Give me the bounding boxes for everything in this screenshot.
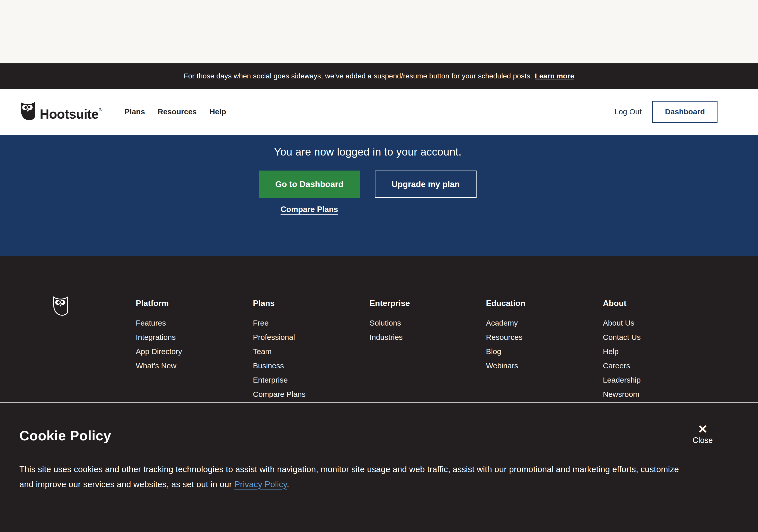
owl-outline-icon <box>52 292 69 319</box>
footer-column-about: About About Us Contact Us Help Careers L… <box>603 299 640 405</box>
announcement-banner: For those days when social goes sideways… <box>0 63 758 89</box>
header-right: Log Out Dashboard <box>614 101 717 123</box>
site-footer: Platform Features Integrations App Direc… <box>0 256 758 402</box>
cookie-policy-title: Cookie Policy <box>19 403 739 444</box>
footer-link-team[interactable]: Team <box>253 348 306 355</box>
nav-item-resources[interactable]: Resources <box>158 105 197 118</box>
footer-link-resources[interactable]: Resources <box>486 333 526 341</box>
footer-link-business[interactable]: Business <box>253 362 306 370</box>
hero-buttons: Go to Dashboard Upgrade my plan <box>259 171 476 198</box>
footer-link-enterprise[interactable]: Enterprise <box>253 376 306 384</box>
footer-link-features[interactable]: Features <box>136 319 182 327</box>
dashboard-button[interactable]: Dashboard <box>652 101 717 123</box>
close-icon[interactable]: ✕ <box>698 423 708 435</box>
footer-column-platform: Platform Features Integrations App Direc… <box>136 299 182 376</box>
site-header: Hootsuite® Plans Resources Help Log Out … <box>0 89 758 135</box>
footer-link-careers[interactable]: Careers <box>603 362 640 370</box>
footer-link-academy[interactable]: Academy <box>486 319 526 327</box>
compare-plans-link[interactable]: Compare Plans <box>281 205 338 214</box>
hootsuite-logo[interactable]: Hootsuite® <box>19 96 102 127</box>
upgrade-my-plan-button[interactable]: Upgrade my plan <box>375 171 476 198</box>
footer-link-help[interactable]: Help <box>603 348 640 355</box>
owl-icon <box>19 97 36 124</box>
footer-link-free[interactable]: Free <box>253 319 306 327</box>
privacy-policy-link[interactable]: Privacy Policy <box>234 480 287 489</box>
go-to-dashboard-button[interactable]: Go to Dashboard <box>259 171 360 198</box>
footer-link-app-directory[interactable]: App Directory <box>136 348 182 355</box>
close-label: Close <box>693 436 713 445</box>
hero-section: You are now logged in to your account. G… <box>0 135 758 256</box>
footer-heading: Education <box>486 299 526 308</box>
footer-heading: Plans <box>253 299 306 308</box>
brand-wordmark: Hootsuite® <box>40 96 102 127</box>
registered-mark: ® <box>99 107 102 112</box>
footer-link-newsroom[interactable]: Newsroom <box>603 390 640 398</box>
footer-link-industries[interactable]: Industries <box>369 333 410 341</box>
footer-column-enterprise: Enterprise Solutions Industries <box>369 299 410 348</box>
footer-link-professional[interactable]: Professional <box>253 333 306 341</box>
nav-item-plans[interactable]: Plans <box>124 105 145 118</box>
cookie-text-after: . <box>287 480 289 489</box>
top-spacer <box>0 0 758 63</box>
hero-content: You are now logged in to your account. G… <box>259 135 476 214</box>
nav-item-help[interactable]: Help <box>210 105 226 118</box>
log-out-link[interactable]: Log Out <box>614 107 641 116</box>
footer-link-whats-new[interactable]: What’s New <box>136 362 182 370</box>
footer-heading: Platform <box>136 299 182 308</box>
learn-more-link[interactable]: Learn more <box>535 72 574 80</box>
footer-link-blog[interactable]: Blog <box>486 348 526 355</box>
main-nav: Plans Resources Help <box>124 105 226 118</box>
footer-heading: About <box>603 299 640 308</box>
footer-link-about-us[interactable]: About Us <box>603 319 640 327</box>
footer-link-solutions[interactable]: Solutions <box>369 319 410 327</box>
cookie-text-before: This site uses cookies and other trackin… <box>19 465 679 489</box>
footer-link-leadership[interactable]: Leadership <box>603 376 640 384</box>
cookie-policy-banner: Cookie Policy ✕ Close This site uses coo… <box>0 402 758 532</box>
cookie-policy-text: This site uses cookies and other trackin… <box>19 462 689 492</box>
login-confirmation-message: You are now logged in to your account. <box>259 146 476 158</box>
footer-link-integrations[interactable]: Integrations <box>136 333 182 341</box>
footer-heading: Enterprise <box>369 299 410 308</box>
announcement-text: For those days when social goes sideways… <box>184 72 532 80</box>
hootsuite-page: For those days when social goes sideways… <box>0 0 758 532</box>
footer-column-education: Education Academy Resources Blog Webinar… <box>486 299 526 376</box>
cookie-close-button[interactable]: ✕ Close <box>689 423 717 445</box>
footer-link-webinars[interactable]: Webinars <box>486 362 526 370</box>
compare-plans-wrap: Compare Plans <box>259 205 360 214</box>
footer-link-compare-plans[interactable]: Compare Plans <box>253 390 306 398</box>
footer-link-contact-us[interactable]: Contact Us <box>603 333 640 341</box>
footer-column-plans: Plans Free Professional Team Business En… <box>253 299 306 405</box>
